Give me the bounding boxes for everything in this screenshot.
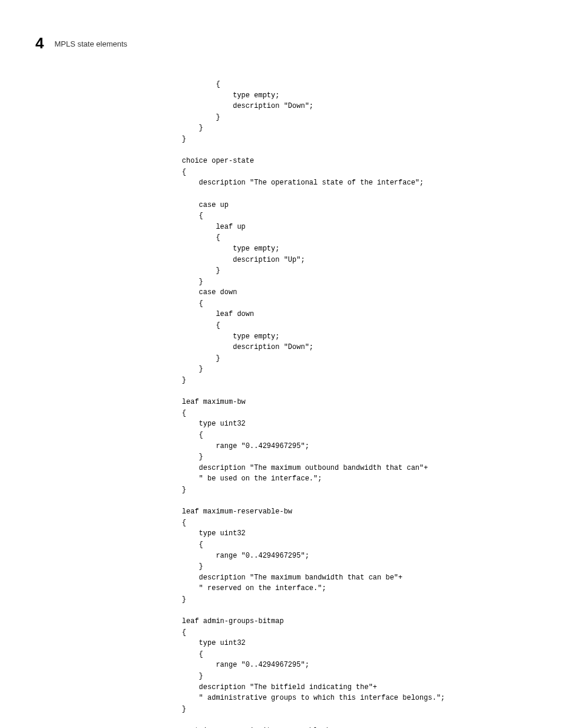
code-block: { type empty; description "Down"; } } } … [165, 79, 527, 728]
chapter-title: MPLS state elements [54, 39, 127, 48]
page-container: 4 MPLS state elements { type empty; desc… [0, 0, 562, 728]
page-header: 4 MPLS state elements [35, 35, 527, 51]
chapter-number: 4 [35, 35, 44, 51]
